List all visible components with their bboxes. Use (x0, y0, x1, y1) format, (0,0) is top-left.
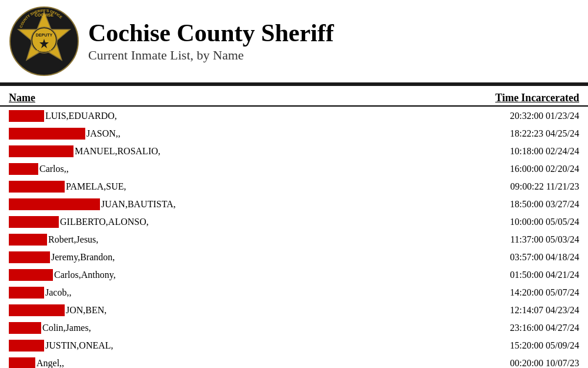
inmate-row: Carlos,,16:00:00 02/20/24 (9, 161, 579, 177)
inmate-time: 11:37:00 05/03/24 (462, 234, 579, 245)
inmate-name: Carlos,, (39, 164, 69, 174)
inmate-name: Carlos,Anthony, (54, 270, 116, 280)
inmate-row: Jacob,,14:20:00 05/07/24 (9, 284, 579, 301)
name-cell: Carlos,, (9, 163, 462, 175)
redacted-bar (9, 340, 44, 352)
name-cell: JON,BEN, (9, 304, 462, 316)
inmate-time: 01:50:00 04/21/24 (462, 270, 579, 280)
name-cell: JASON,, (9, 128, 462, 140)
time-column-header: Time Incarcerated (462, 92, 579, 104)
inmate-row: MANUEL,ROSALIO,10:18:00 02/24/24 (9, 143, 579, 160)
redacted-bar (9, 322, 41, 334)
redacted-bar (9, 269, 53, 281)
inmate-name: Robert,Jesus, (48, 234, 98, 245)
inmate-row: Robert,Jesus,11:37:00 05/03/24 (9, 231, 579, 248)
inmate-row: Carlos,Anthony,01:50:00 04/21/24 (9, 267, 579, 283)
name-column-header: Name (9, 92, 35, 104)
title-block: Cochise County Sheriff Current Inmate Li… (88, 19, 334, 63)
inmate-row: Angel,,00:20:00 10/07/23 (9, 355, 579, 368)
name-cell: Jeremy,Brandon, (9, 251, 462, 263)
inmate-name: JON,BEN, (66, 305, 106, 316)
inmate-name: Jacob,, (45, 287, 71, 298)
inmate-name: PAMELA,SUE, (66, 181, 126, 192)
inmate-time: 18:50:00 03/27/24 (462, 199, 579, 210)
inmate-row: Colin,James,23:16:00 04/27/24 (9, 320, 579, 336)
inmate-name: GILBERTO,ALONSO, (60, 217, 149, 227)
inmate-row: PAMELA,SUE,09:00:22 11/21/23 (9, 178, 579, 195)
inmate-time: 10:18:00 02/24/24 (462, 146, 579, 157)
inmate-time: 14:20:00 05/07/24 (462, 287, 579, 298)
inmate-time: 03:57:00 04/18/24 (462, 252, 579, 263)
redacted-bar (9, 198, 100, 210)
inmate-row: GILBERTO,ALONSO,10:00:00 05/05/24 (9, 214, 579, 230)
inmate-time: 09:00:22 11/21/23 (462, 181, 579, 192)
redacted-bar (9, 357, 35, 368)
redacted-bar (9, 145, 74, 157)
svg-text:COCHISE: COCHISE (35, 13, 54, 17)
name-cell: JUSTIN,ONEAL, (9, 340, 462, 352)
page-subtitle: Current Inmate List, by Name (88, 48, 334, 63)
inmate-name: JUAN,BAUTISTA, (101, 199, 176, 210)
inmate-name: Jeremy,Brandon, (51, 252, 115, 263)
inmate-time: 20:32:00 01/23/24 (462, 111, 579, 121)
header-divider (0, 82, 588, 86)
inmate-row: Jeremy,Brandon,03:57:00 04/18/24 (9, 249, 579, 266)
inmate-time: 16:00:00 02/20/24 (462, 164, 579, 174)
inmate-name: Colin,James, (42, 323, 91, 333)
page-title: Cochise County Sheriff (88, 19, 334, 47)
name-cell: Carlos,Anthony, (9, 269, 462, 281)
inmate-time: 23:16:00 04/27/24 (462, 323, 579, 333)
svg-text:ARIZONA: ARIZONA (36, 49, 52, 52)
name-cell: GILBERTO,ALONSO, (9, 216, 462, 228)
inmate-time: 00:20:00 10/07/23 (462, 358, 579, 368)
page-header: DEPUTY COUNTY SHERIFF'S OFFICE ARIZONA C… (0, 0, 588, 79)
name-cell: Angel,, (9, 357, 462, 368)
inmate-name: JASON,, (86, 128, 121, 139)
name-cell: LUIS,EDUARDO, (9, 110, 462, 122)
name-cell: Colin,James, (9, 322, 462, 334)
inmate-time: 15:20:00 05/09/24 (462, 340, 579, 351)
inmate-row: LUIS,EDUARDO,20:32:00 01/23/24 (9, 108, 579, 124)
name-cell: PAMELA,SUE, (9, 181, 462, 193)
redacted-bar (9, 234, 47, 246)
redacted-bar (9, 163, 38, 175)
inmate-name: MANUEL,ROSALIO, (75, 146, 161, 157)
inmate-time: 18:22:23 04/25/24 (462, 128, 579, 139)
inmate-name: LUIS,EDUARDO, (45, 111, 117, 121)
redacted-bar (9, 110, 44, 122)
name-cell: JUAN,BAUTISTA, (9, 198, 462, 210)
redacted-bar (9, 216, 59, 228)
svg-text:DEPUTY: DEPUTY (36, 33, 53, 37)
inmate-row: JUAN,BAUTISTA,18:50:00 03/27/24 (9, 196, 579, 213)
inmate-name: JUSTIN,ONEAL, (45, 340, 113, 351)
name-cell: Robert,Jesus, (9, 234, 462, 246)
inmate-row: JUSTIN,ONEAL,15:20:00 05/09/24 (9, 337, 579, 354)
inmate-list: LUIS,EDUARDO,20:32:00 01/23/24JASON,,18:… (0, 108, 588, 368)
column-headers: Name Time Incarcerated (0, 91, 588, 107)
inmate-name: Angel,, (36, 358, 64, 368)
redacted-bar (9, 181, 65, 193)
inmate-row: JON,BEN,12:14:07 04/23/24 (9, 302, 579, 319)
sheriff-badge: DEPUTY COUNTY SHERIFF'S OFFICE ARIZONA C… (9, 6, 79, 77)
redacted-bar (9, 304, 65, 316)
redacted-bar (9, 251, 50, 263)
inmate-time: 12:14:07 04/23/24 (462, 305, 579, 316)
redacted-bar (9, 287, 44, 299)
name-cell: Jacob,, (9, 287, 462, 299)
name-cell: MANUEL,ROSALIO, (9, 145, 462, 157)
inmate-time: 10:00:00 05/05/24 (462, 217, 579, 227)
redacted-bar (9, 128, 85, 140)
inmate-row: JASON,,18:22:23 04/25/24 (9, 125, 579, 142)
